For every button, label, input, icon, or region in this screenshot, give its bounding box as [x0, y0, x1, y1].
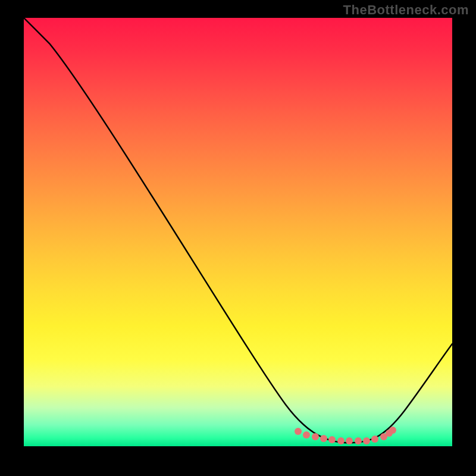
marker-dot	[346, 437, 353, 444]
marker-dot	[363, 437, 370, 444]
marker-dot	[328, 436, 336, 443]
marker-dot	[337, 437, 345, 444]
marker-dot	[295, 428, 302, 435]
marker-dot	[320, 435, 327, 442]
marker-dot	[389, 427, 396, 434]
marker-dot	[355, 437, 362, 444]
curve-svg	[24, 18, 452, 446]
plot-area	[24, 18, 452, 446]
watermark-text: TheBottleneck.com	[343, 2, 469, 18]
bottleneck-curve	[24, 18, 452, 443]
marker-dot	[371, 436, 378, 443]
chart-frame: TheBottleneck.com	[0, 0, 476, 476]
marker-dot	[303, 431, 310, 439]
marker-dot	[312, 433, 319, 440]
